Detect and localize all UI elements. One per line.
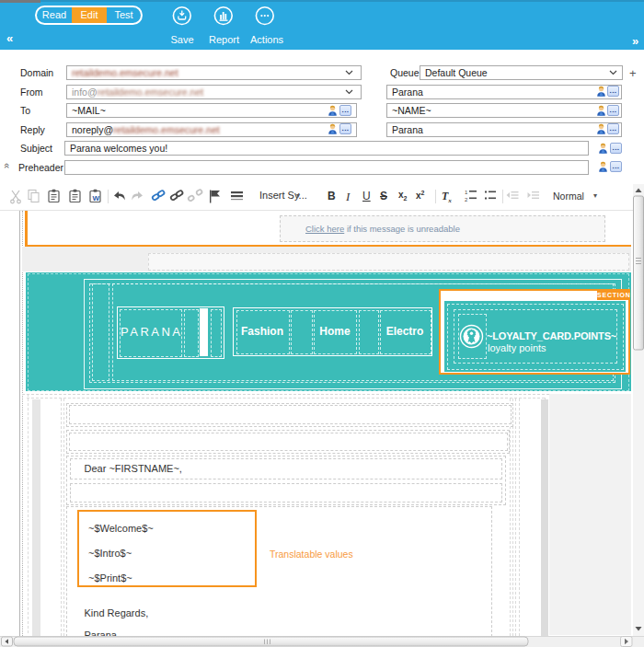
- svg-text:W: W: [93, 194, 100, 202]
- svg-text:2: 2: [465, 197, 468, 202]
- svg-text:1: 1: [465, 190, 468, 195]
